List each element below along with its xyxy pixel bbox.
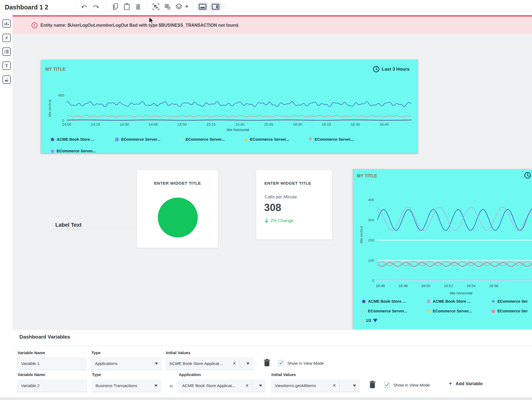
y-tick-label: 300 xyxy=(363,218,374,222)
check-icon xyxy=(279,361,283,365)
redo-button[interactable] xyxy=(92,3,100,11)
legend-item[interactable]: ECommerce Ser xyxy=(492,299,532,304)
legend-item[interactable]: ACME Book Store ... xyxy=(427,299,478,304)
legend-item[interactable]: ACME Book Store ... xyxy=(51,137,100,142)
right-panel-icon xyxy=(212,4,219,10)
undo-button[interactable] xyxy=(80,3,88,11)
type-value: Business Transactions xyxy=(91,383,137,388)
initial-value-token: ViewItems.getAllItems xyxy=(271,383,316,388)
toggle-right-panel-button[interactable] xyxy=(210,2,221,11)
show-in-view-mode-checkbox[interactable] xyxy=(384,382,390,388)
remove-token-icon[interactable]: ✕ xyxy=(329,383,339,388)
error-icon: ! xyxy=(32,22,37,28)
metric-change: 2% Change xyxy=(265,218,294,223)
toolbar-divider xyxy=(76,2,76,11)
legend-label: ECommerce Server... xyxy=(433,309,472,313)
initial-values-label: Initial Values xyxy=(166,350,190,355)
legend-item[interactable]: ECommerce Server... xyxy=(180,137,229,142)
ungroup-button[interactable] xyxy=(163,3,172,11)
series-line xyxy=(67,120,411,120)
metric-widget[interactable]: ENTER WIDGET TITLE Calls per Minute 308 … xyxy=(256,170,332,240)
x-tick-label: 14:30 xyxy=(120,122,129,126)
x-tick-label: 14:15 xyxy=(91,122,100,126)
series-line xyxy=(377,209,532,230)
toolbar-divider xyxy=(225,2,225,11)
dashboard-title: Dashboard 1 2 xyxy=(5,4,48,11)
legend-item[interactable]: ECommerce Server... xyxy=(51,149,100,153)
delete-variable-button[interactable] xyxy=(369,381,376,390)
dashboard-variables-panel: Dashboard Variables Variable Name Variab… xyxy=(12,329,532,397)
plus-icon: + xyxy=(449,381,452,386)
add-chart-widget-button[interactable] xyxy=(2,19,11,28)
x-tick-label: 14:45 xyxy=(149,122,158,126)
y-tick-label: 480 xyxy=(53,93,64,97)
group-button[interactable] xyxy=(152,3,160,11)
toggle-bottom-panel-button[interactable] xyxy=(197,2,208,11)
pager-up-icon[interactable] xyxy=(360,319,364,322)
copy-button[interactable] xyxy=(111,3,120,11)
caret-down-icon[interactable] xyxy=(259,385,262,387)
variable-name-input[interactable]: Variable 1 xyxy=(17,357,87,370)
timeseries-widget-2[interactable]: MY TITLE 010020030040016:4616:4816:5016:… xyxy=(353,169,532,329)
variable-name-label: Variable Name xyxy=(18,350,45,355)
legend-item[interactable]: ACME Book Store ... xyxy=(362,299,413,304)
show-in-view-mode-checkbox[interactable] xyxy=(278,360,284,366)
delete-variable-button[interactable] xyxy=(264,359,270,368)
timeseries-widget-1[interactable]: MY TITLE Last 3 Hours 048014:0014:1514:3… xyxy=(41,60,418,153)
caret-down-icon[interactable] xyxy=(155,363,158,365)
legend-item[interactable]: ECommerce Server... xyxy=(115,137,164,142)
x-tick-label: 16:30 xyxy=(351,122,360,126)
add-list-widget-button[interactable] xyxy=(2,47,11,56)
initial-values-label: Initial Values xyxy=(271,372,296,377)
x-tick-label: 16:15 xyxy=(322,122,331,126)
legend-item[interactable]: ECommerce Server... xyxy=(309,137,358,142)
layers-button[interactable] xyxy=(175,3,183,11)
check-icon xyxy=(385,382,389,387)
legend-pager: 1/2 xyxy=(360,318,377,323)
pager-down-icon[interactable] xyxy=(373,319,377,322)
legend-item[interactable]: ECommerce Server... xyxy=(427,309,478,313)
type-select[interactable]: Applications xyxy=(91,357,162,370)
x-tick-label: 16:45 xyxy=(380,122,389,126)
bottom-scroll-strip[interactable] xyxy=(0,397,532,400)
toolbar-divider xyxy=(193,2,193,11)
remove-token-icon[interactable]: ✕ xyxy=(242,383,252,388)
add-metric-widget-button[interactable]: # xyxy=(2,34,11,42)
x-tick-label: 16:00 xyxy=(293,122,302,126)
group-icon xyxy=(152,3,159,10)
x-tick-label: 15:30 xyxy=(235,122,244,126)
error-banner: ! Entity name: $UserLogOut.memberLogOut … xyxy=(12,15,532,34)
legend-item[interactable]: ECommerce Ser xyxy=(492,309,532,313)
delete-button[interactable] xyxy=(134,3,142,11)
legend-item[interactable]: ECommerce Server... xyxy=(362,309,413,313)
y-tick-label: 400 xyxy=(363,198,374,202)
variable-name-label: Variable Name xyxy=(18,372,45,377)
variable-name-value: Variable 1 xyxy=(17,361,40,366)
triangle-up-marker-icon xyxy=(362,309,366,313)
add-text-widget-button[interactable]: T xyxy=(2,61,11,70)
remove-token-icon[interactable]: ✕ xyxy=(229,361,239,366)
legend-row: ECommerce Server...ECommerce Server...EC… xyxy=(362,309,532,313)
redo-icon xyxy=(92,4,99,10)
x-axis-title: title horizontal xyxy=(227,128,249,132)
initial-values-field[interactable]: ACME Book Store Applicat... ✕ xyxy=(165,357,253,370)
type-select[interactable]: Business Transactions xyxy=(91,379,161,392)
legend-label: ECommerce Ser xyxy=(497,309,528,313)
add-variable-button[interactable]: + Add Variable xyxy=(449,381,483,386)
paste-button[interactable] xyxy=(123,3,131,11)
initial-values-field[interactable]: ViewItems.getAllItems ✕ xyxy=(271,379,360,392)
legend-label: ACME Book Store ... xyxy=(368,299,406,304)
layers-caret-button[interactable] xyxy=(185,3,189,11)
x-tick-label: 16:48 xyxy=(398,284,408,288)
health-widget[interactable]: ENTER WIDGET TITLE xyxy=(137,170,218,248)
add-image-widget-button[interactable] xyxy=(2,75,11,84)
caret-down-icon[interactable] xyxy=(353,385,356,387)
legend-item[interactable]: ECommerce Server... xyxy=(244,137,293,142)
legend-label: ACME Book Store ... xyxy=(433,299,470,304)
triangle-down-marker-icon xyxy=(309,138,312,141)
panel-title: Dashboard Variables xyxy=(19,334,70,340)
caret-down-icon[interactable] xyxy=(154,385,158,387)
caret-down-icon[interactable] xyxy=(246,363,250,365)
variable-name-input[interactable]: Variable 2 xyxy=(17,379,87,392)
application-field[interactable]: ACME Book Store Applicat... ✕ xyxy=(178,379,266,392)
